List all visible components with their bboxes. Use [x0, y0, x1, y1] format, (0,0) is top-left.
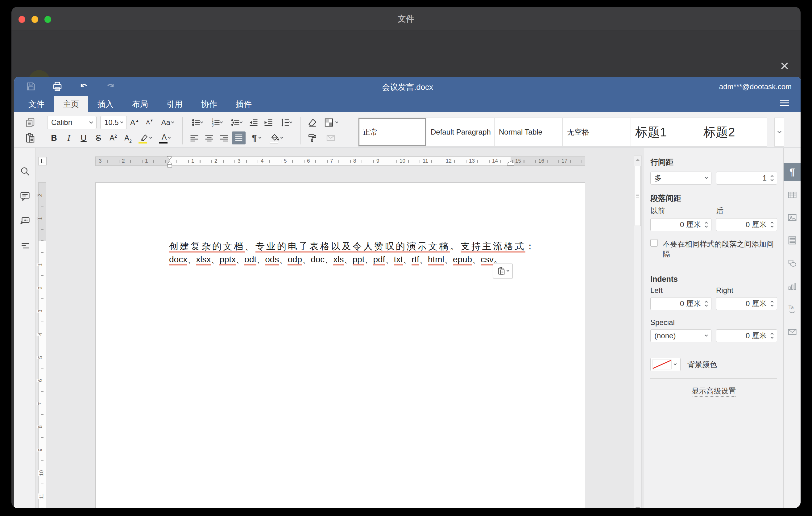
editor-header: 会议发言.docx adm***@dootask.com 文件主页插入布局引用协…	[14, 77, 801, 112]
line-spacing-icon[interactable]	[277, 116, 295, 129]
search-icon[interactable]	[20, 166, 31, 177]
scroll-up-icon[interactable]	[634, 156, 641, 164]
vertical-ruler[interactable]	[38, 182, 46, 508]
indent-marker[interactable]	[167, 156, 173, 168]
text-run: 、	[211, 255, 219, 264]
align-center-icon[interactable]	[202, 132, 216, 144]
right-indent-marker[interactable]	[507, 161, 514, 166]
superscript-button[interactable]: A2	[107, 132, 120, 144]
page-color-icon[interactable]	[321, 116, 341, 129]
comments-icon[interactable]	[20, 191, 31, 202]
document-text[interactable]: 创建复杂的文档、专业的电子表格以及令人赞叹的演示文稿。支持主流格式： docx、…	[169, 240, 518, 266]
decrease-indent-icon[interactable]	[247, 116, 260, 129]
copy-icon[interactable]	[24, 116, 37, 129]
nonprinting-chars-icon[interactable]: ¶	[247, 132, 266, 144]
strikethrough-button[interactable]: S	[92, 132, 105, 144]
ruler-number: 1	[37, 217, 44, 220]
justify-icon[interactable]	[232, 132, 245, 144]
copy-style-icon[interactable]	[306, 132, 319, 144]
spacing-before-stepper[interactable]: 0 厘米	[650, 218, 712, 231]
tab-6[interactable]: 插件	[227, 96, 261, 112]
font-size-select[interactable]: 10.5	[100, 116, 127, 129]
line-spacing-amount-stepper[interactable]: 1	[716, 172, 777, 184]
scrollbar-thumb[interactable]	[635, 166, 641, 226]
font-name-select[interactable]: Calibri	[47, 116, 96, 129]
indent-left-stepper[interactable]: 0 厘米	[650, 297, 712, 310]
tab-stop-selector[interactable]: L	[38, 157, 47, 165]
paste-options-button[interactable]	[493, 263, 513, 278]
line-spacing-select[interactable]: 多	[650, 172, 712, 184]
special-amount-stepper[interactable]: 0 厘米	[716, 329, 777, 342]
increase-indent-icon[interactable]	[262, 116, 275, 129]
spacing-after-stepper[interactable]: 0 厘米	[716, 218, 777, 231]
ruler-number: 6	[306, 158, 311, 164]
align-right-icon[interactable]	[217, 132, 231, 144]
scroll-down-icon[interactable]	[634, 505, 641, 508]
style-cell[interactable]: 无空格	[563, 118, 631, 147]
table-settings-icon[interactable]	[784, 186, 801, 204]
highlight-color-icon[interactable]	[136, 132, 155, 144]
paste-icon[interactable]	[24, 132, 37, 144]
before-label: 以前	[650, 206, 712, 216]
increase-font-icon[interactable]: A▲	[128, 116, 142, 129]
style-cell[interactable]: Normal Table	[495, 118, 563, 147]
document-page[interactable]: 创建复杂的文档、专业的电子表格以及令人赞叹的演示文稿。支持主流格式： docx、…	[95, 182, 585, 508]
paragraph-settings-icon[interactable]: ¶	[784, 163, 801, 181]
style-cell[interactable]: 标题2	[699, 118, 767, 147]
bold-button[interactable]: B	[47, 132, 61, 144]
special-select[interactable]: (none)	[650, 329, 712, 342]
ruler-number: 3	[236, 158, 241, 164]
no-space-between-checkbox[interactable]	[650, 239, 658, 247]
decrease-font-icon[interactable]: A▼	[143, 116, 156, 129]
tab-4[interactable]: 引用	[157, 96, 192, 112]
clear-style-icon[interactable]	[306, 116, 319, 129]
italic-button[interactable]: I	[62, 132, 76, 144]
text-run: 、	[302, 255, 311, 264]
underline-button[interactable]: U	[77, 132, 90, 144]
image-settings-icon[interactable]	[784, 209, 801, 227]
text-run: ：	[525, 241, 536, 251]
navigation-icon[interactable]	[20, 240, 31, 251]
tab-3[interactable]: 布局	[123, 96, 157, 112]
no-space-between-label: 不要在相同样式的段落之间添加间隔	[663, 239, 777, 259]
ruler-number: 17	[560, 158, 569, 164]
tab-5[interactable]: 协作	[192, 96, 227, 112]
tab-2[interactable]: 插入	[88, 96, 123, 112]
font-color-icon[interactable]: A	[156, 132, 176, 144]
textart-settings-icon[interactable]: Ta	[784, 300, 801, 318]
change-case-icon[interactable]: Aa	[158, 116, 177, 129]
ruler-number: 6	[37, 379, 44, 382]
ruler-number: 9	[37, 449, 44, 451]
shading-icon[interactable]	[267, 132, 286, 144]
spellcheck-word: ppt	[353, 255, 365, 265]
menu-icon[interactable]	[780, 98, 789, 108]
chat-icon[interactable]	[20, 215, 31, 226]
style-cell[interactable]: Default Paragraph	[426, 118, 495, 147]
document-canvas[interactable]: L 3211234567891011121314151617	[36, 148, 644, 508]
background-color-label: 背景颜色	[687, 360, 717, 369]
header-footer-settings-icon[interactable]	[784, 231, 801, 249]
ruler-number: 2	[37, 286, 44, 289]
style-cell[interactable]: 正常	[358, 118, 426, 147]
style-cell[interactable]: 标题1	[631, 118, 699, 147]
subscript-button[interactable]: A2	[121, 132, 135, 144]
background-color-swatch[interactable]	[650, 358, 680, 371]
spellcheck-word: csv	[481, 255, 494, 265]
show-advanced-settings-link[interactable]: 显示高级设置	[692, 387, 736, 397]
shape-settings-icon[interactable]	[784, 254, 801, 272]
mail-merge-icon[interactable]	[321, 132, 341, 144]
mail-merge-settings-icon[interactable]	[784, 323, 801, 341]
vertical-scrollbar[interactable]	[634, 155, 642, 508]
ruler-number: 2	[213, 158, 219, 164]
tab-0[interactable]: 文件	[19, 96, 54, 112]
ruler-number: 1	[37, 263, 44, 266]
bullets-icon[interactable]	[187, 116, 206, 129]
style-gallery-expand-icon[interactable]	[774, 118, 784, 147]
tab-1[interactable]: 主页	[54, 96, 88, 112]
close-icon[interactable]: ×	[777, 58, 792, 75]
indent-right-stepper[interactable]: 0 厘米	[716, 297, 777, 310]
numbering-icon[interactable]: 1 2 3	[207, 116, 226, 129]
chart-settings-icon[interactable]	[784, 277, 801, 295]
multilevel-list-icon[interactable]	[227, 116, 245, 129]
align-left-icon[interactable]	[187, 132, 201, 144]
